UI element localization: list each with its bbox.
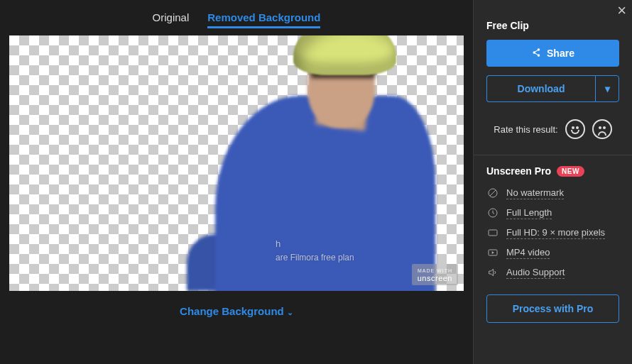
main-panel: Original Removed Background h are Filmor… — [0, 0, 473, 364]
no-watermark-icon — [486, 187, 499, 199]
preview-tabs: Original Removed Background — [7, 7, 466, 35]
tab-original[interactable]: Original — [153, 11, 190, 28]
feature-no-watermark: No watermark — [486, 187, 619, 199]
change-background-button[interactable]: Change Background ⌄ — [7, 305, 466, 317]
download-group: Download ▾ — [486, 75, 619, 102]
play-icon — [486, 246, 499, 259]
preview-canvas: h are Filmora free plan MADE WITH unscre… — [9, 35, 464, 291]
overlay-text-1: h — [276, 238, 280, 249]
close-icon[interactable]: × — [617, 3, 626, 18]
rate-positive-button[interactable] — [565, 119, 585, 139]
caret-down-icon: ▾ — [605, 83, 610, 94]
share-icon — [531, 48, 541, 60]
rate-result: Rate this result: — [486, 119, 619, 139]
side-panel: × Free Clip Share Download ▾ Rate this r… — [473, 0, 632, 364]
download-button[interactable]: Download — [486, 75, 595, 102]
feature-audio: Audio Support — [486, 266, 619, 279]
pro-feature-list: No watermark Full Length Full HD: 9 × mo… — [486, 187, 619, 279]
share-button[interactable]: Share — [486, 40, 619, 67]
tab-removed-background[interactable]: Removed Background — [207, 11, 320, 28]
speaker-icon — [486, 266, 499, 279]
feature-mp4: MP4 video — [486, 246, 619, 259]
unscreen-watermark: MADE WITH unscreen — [412, 264, 458, 285]
free-clip-heading: Free Clip — [486, 20, 619, 31]
pro-heading: Unscreen Pro NEW — [486, 165, 619, 177]
process-with-pro-button[interactable]: Process with Pro — [486, 294, 619, 323]
chevron-down-icon: ⌄ — [287, 308, 293, 316]
divider — [474, 155, 632, 155]
download-options-button[interactable]: ▾ — [595, 75, 619, 102]
feature-full-hd: Full HD: 9 × more pixels — [486, 226, 619, 239]
rate-label: Rate this result: — [494, 124, 557, 135]
rate-negative-button[interactable] — [592, 119, 612, 139]
hd-icon — [486, 226, 499, 239]
overlay-text-2: are Filmora free plan — [276, 253, 354, 263]
new-badge: NEW — [557, 166, 584, 177]
svg-line-1 — [490, 190, 496, 196]
svg-rect-3 — [489, 230, 497, 236]
feature-full-length: Full Length — [486, 206, 619, 219]
clock-icon — [486, 206, 499, 219]
